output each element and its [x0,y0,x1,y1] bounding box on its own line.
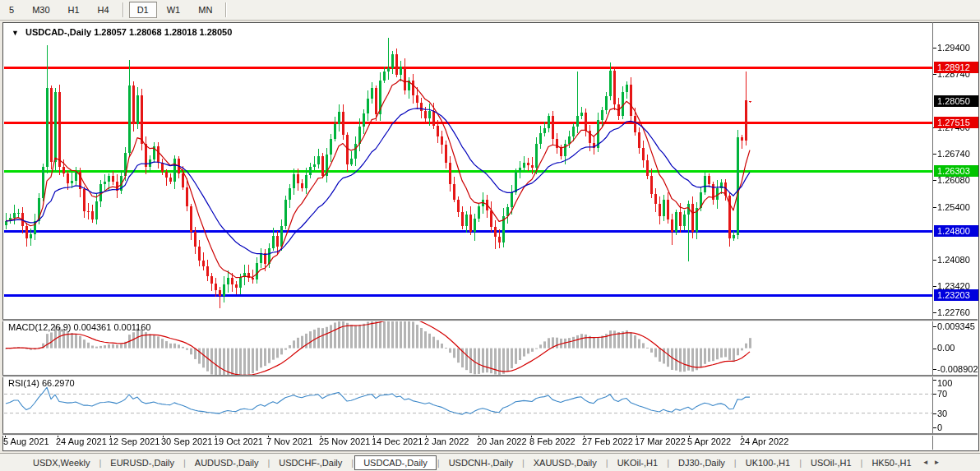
date-tick-label: 7 Nov 2021 [266,436,312,446]
macd-axis-zero-label: 0.00 [937,343,955,353]
price-level-badge: 1.23203 [934,289,978,301]
date-tick-label: 24 Apr 2022 [740,436,788,446]
price-level-badge: 1.24800 [934,225,978,237]
price-tick-label: 1.22760 [937,307,970,317]
date-tick-label: 17 Mar 2022 [635,436,686,446]
date-tick-label: 5 Apr 2022 [687,436,731,446]
rsi-axis-label: 100 [937,378,952,388]
date-tick-label: 25 Nov 2021 [319,436,370,446]
price-tick-label: 1.24080 [937,255,970,265]
date-tick-label: 8 Feb 2022 [529,436,576,446]
price-tick-label: 1.29400 [937,43,970,53]
chart-ohlc-values: 1.28057 1.28068 1.28018 1.28050 [94,27,232,37]
chart-title: ▼ USDCAD-,Daily 1.28057 1.28068 1.28018 … [12,27,232,37]
price-level-badge: 1.27515 [934,117,978,128]
date-tick-label: 24 Aug 2021 [56,436,107,446]
price-chart-canvas[interactable] [0,0,980,471]
rsi-axis-label: 70 [937,389,947,399]
date-tick-label: 14 Dec 2021 [372,436,423,446]
chevron-down-icon[interactable]: ▼ [12,29,19,37]
rsi-axis-label: 0 [937,423,942,432]
date-tick-label: 2 Jan 2022 [424,436,469,446]
rsi-indicator-label: RSI(14) 66.2970 [8,378,75,388]
price-axis-separator [932,22,933,450]
current-price-badge: 1.28050 [934,95,978,107]
price-level-badge: 1.28912 [934,62,978,73]
macd-pane-separator [2,319,978,321]
trading-terminal: 5M30H1H4D1W1MN ▼ USDCAD-,Daily 1.28057 1… [0,0,980,471]
date-tick-label: 30 Sep 2021 [161,436,212,446]
macd-axis-bottom-label: -0.008902 [937,364,978,374]
rsi-axis-label: 30 [937,409,947,418]
price-level-badge: 1.26303 [934,165,978,177]
date-tick-label: 27 Feb 2022 [582,436,633,446]
price-tick-label: 1.26740 [937,149,970,159]
date-tick-label: 20 Jan 2022 [477,436,527,446]
chart-symbol-label: USDCAD-,Daily [25,27,91,37]
macd-indicator-label: MACD(12,26,9) 0.004361 0.001160 [8,322,150,332]
rsi-pane-separator [2,375,978,377]
date-tick-label: 12 Sep 2021 [109,436,159,446]
date-axis-separator [2,433,978,436]
price-tick-label: 1.25400 [937,202,970,212]
date-tick-label: 5 Aug 2021 [3,436,49,446]
date-tick-label: 19 Oct 2021 [214,436,263,446]
macd-axis-top-label: 0.009345 [937,321,975,331]
